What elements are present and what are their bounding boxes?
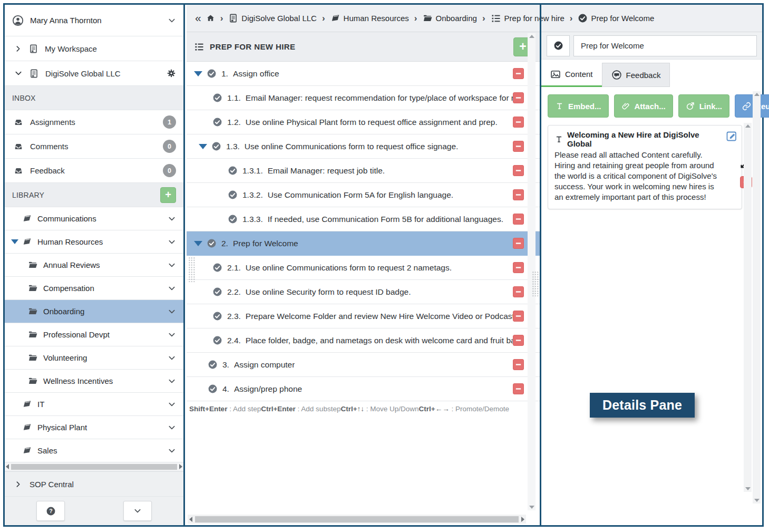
step-row-1[interactable]: 1.Assign office (187, 62, 540, 86)
breadcrumb-item-home[interactable] (206, 14, 215, 23)
delete-step-button[interactable] (513, 141, 524, 152)
tab-content[interactable]: Content (541, 63, 602, 87)
inbox-item-assignments[interactable]: Assignments1 (5, 110, 183, 134)
sidebar-item-volunteering[interactable]: Volunteering (5, 346, 183, 370)
step-row-3[interactable]: 3.Assign computer (187, 353, 540, 377)
sidebar-item-sop-central[interactable]: SOP Central (5, 471, 183, 497)
step-row-1-3-2[interactable]: 1.3.2.Use Communication Form 5A for Engl… (187, 183, 540, 207)
breadcrumb-item-prep-for-welcome[interactable]: Prep for Welcome (578, 13, 654, 23)
delete-step-button[interactable] (513, 214, 524, 225)
step-row-1-1[interactable]: 1.1.Email Manager: request recommendatio… (187, 86, 540, 110)
scroll-left-icon[interactable] (6, 464, 9, 469)
chevron-down-icon[interactable] (168, 238, 176, 246)
scroll-down-icon[interactable] (754, 499, 760, 502)
delete-step-button[interactable] (513, 189, 524, 200)
sidebar-item-onboarding[interactable]: Onboarding (5, 300, 183, 323)
chevron-right-icon[interactable] (14, 480, 22, 488)
scroll-left-icon[interactable] (189, 517, 192, 522)
breadcrumb-item-human-resources[interactable]: Human Resources (330, 13, 409, 23)
outline-horizontal-scrollbar[interactable] (188, 515, 526, 524)
step-row-2-4[interactable]: 2.4.Place folder, badge, and nametags on… (187, 328, 540, 353)
collapse-sidebar-button[interactable] (123, 501, 152, 521)
breadcrumb-item-digisolve-global-llc[interactable]: DigiSolve Global LLC (228, 13, 317, 23)
delete-step-button[interactable] (513, 311, 524, 322)
sidebar-horizontal-scrollbar[interactable] (5, 462, 183, 471)
delete-step-button[interactable] (513, 238, 524, 249)
user-menu[interactable]: Mary Anna Thornton (5, 5, 183, 36)
content-card[interactable]: Welcoming a New Hire at DigiSolve Global… (548, 125, 742, 209)
step-row-1-3[interactable]: 1.3.Use online Communications form to re… (187, 134, 540, 159)
delete-step-button[interactable] (513, 117, 524, 128)
chevron-right-icon[interactable] (14, 45, 22, 53)
scroll-right-icon[interactable] (179, 464, 182, 469)
scroll-up-icon[interactable] (529, 35, 534, 38)
step-row-4[interactable]: 4.Assign/prep phone (187, 377, 540, 401)
delete-step-button[interactable] (513, 335, 524, 346)
chevron-down-icon[interactable] (168, 284, 176, 293)
step-row-2[interactable]: 2.Prep for Welcome (187, 231, 540, 256)
step-row-2-3[interactable]: 2.3.Prepare Welcome Folder and review Ne… (187, 304, 540, 328)
sidebar-item-annual-reviews[interactable]: Annual Reviews (5, 254, 183, 277)
scroll-right-icon[interactable] (521, 517, 524, 522)
pane-divider[interactable] (540, 5, 541, 525)
help-button[interactable]: ? (36, 501, 65, 521)
delete-step-button[interactable] (513, 383, 524, 394)
step-row-1-3-3[interactable]: 1.3.3.If needed, use Communication Form … (187, 207, 540, 231)
add-library-button[interactable]: + (160, 187, 176, 203)
scroll-down-icon[interactable] (745, 487, 751, 490)
link-button[interactable]: Link... (678, 94, 729, 118)
sidebar-item-sales[interactable]: Sales (5, 439, 183, 462)
chevron-down-icon[interactable] (14, 69, 23, 78)
breadcrumb-item-onboarding[interactable]: Onboarding (423, 13, 477, 23)
reuse-button[interactable]: Reuse... (735, 94, 769, 118)
back-icon[interactable]: « (195, 12, 201, 23)
gear-icon[interactable] (167, 69, 176, 78)
splitter-grip[interactable] (532, 271, 539, 296)
chevron-down-icon[interactable] (168, 331, 176, 339)
embed-button[interactable]: Embed... (548, 94, 609, 118)
chevron-down-icon[interactable] (168, 261, 176, 269)
details-outer-scrollbar[interactable] (753, 91, 761, 504)
scroll-up-icon[interactable] (754, 93, 760, 96)
delete-step-button[interactable] (513, 92, 524, 103)
sidebar-item-wellness-incentives[interactable]: Wellness Incentives (5, 370, 183, 393)
inbox-item-feedback[interactable]: Feedback0 (5, 159, 183, 183)
chevron-down-icon[interactable] (168, 400, 176, 409)
expand-toggle-icon[interactable] (199, 144, 207, 149)
chevron-down-icon[interactable] (168, 16, 176, 25)
chevron-down-icon[interactable] (168, 447, 176, 455)
step-title-input[interactable] (573, 35, 757, 56)
chevron-down-icon[interactable] (168, 307, 176, 316)
sidebar-item-professional-devpt[interactable]: Professional Devpt (5, 323, 183, 346)
sidebar-item-compensation[interactable]: Compensation (5, 277, 183, 300)
scrollbar-thumb[interactable] (195, 516, 519, 523)
chevron-down-icon[interactable] (168, 215, 176, 223)
details-inner-scrollbar[interactable] (744, 123, 752, 492)
sidebar-item-communications[interactable]: Communications (5, 207, 183, 230)
step-row-2-2[interactable]: 2.2.Use online Security form to request … (187, 280, 540, 304)
edit-icon[interactable] (725, 130, 738, 142)
sidebar-item-my-workspace[interactable]: My Workspace (5, 36, 183, 61)
scroll-down-icon[interactable] (529, 506, 534, 509)
chevron-down-icon[interactable] (168, 377, 176, 385)
step-row-1-2[interactable]: 1.2.Use online Physical Plant form to re… (187, 110, 540, 134)
chevron-down-icon[interactable] (168, 423, 176, 432)
sidebar-item-physical-plant[interactable]: Physical Plant (5, 416, 183, 439)
attach-button[interactable]: Attach... (614, 94, 673, 118)
delete-step-button[interactable] (513, 165, 524, 176)
expand-toggle-icon[interactable] (194, 241, 202, 246)
sidebar-item-digisolve-global-llc[interactable]: DigiSolve Global LLC (5, 61, 183, 86)
delete-step-button[interactable] (513, 286, 524, 297)
sidebar-item-it[interactable]: IT (5, 393, 183, 416)
sidebar-item-human-resources[interactable]: Human Resources (5, 230, 183, 254)
splitter-grip[interactable] (188, 257, 195, 282)
delete-step-button[interactable] (513, 68, 524, 79)
expand-toggle-icon[interactable] (11, 239, 18, 244)
inbox-item-comments[interactable]: Comments0 (5, 134, 183, 159)
step-row-2-1[interactable]: 2.1.Use online Communications form to re… (187, 256, 540, 280)
tab-feedback[interactable]: Feedback (602, 63, 670, 87)
breadcrumb-item-prep-for-new-hire[interactable]: Prep for new hire (491, 13, 564, 24)
delete-step-button[interactable] (513, 262, 524, 273)
scroll-up-icon[interactable] (745, 124, 751, 128)
step-row-1-3-1[interactable]: 1.3.1.Email Manager: request job title. (187, 159, 540, 183)
